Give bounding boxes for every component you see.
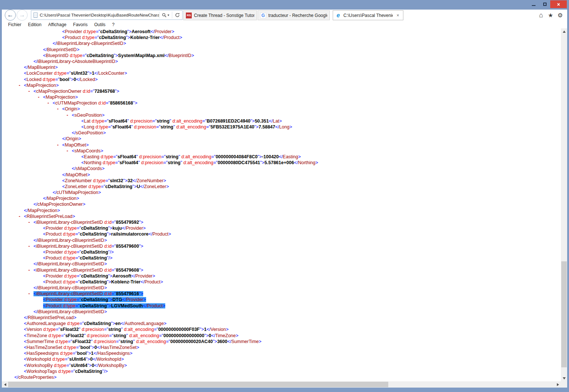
collapse-toggle[interactable]: -	[19, 82, 24, 88]
collapse-toggle[interactable]: -	[57, 106, 62, 112]
xml-line: </iBlueprintLibrary-cBlueprintSetID>	[2, 40, 561, 46]
menu-edition[interactable]: Edition	[25, 22, 45, 27]
menu-aide[interactable]: ?	[109, 22, 118, 27]
arrow-up-icon	[563, 31, 566, 33]
collapse-toggle[interactable]: -	[67, 112, 72, 118]
address-bar[interactable]: C:\Users\Pascal Thevenier\Desktop\KujuBa…	[31, 10, 183, 20]
menu-outils[interactable]: Outils	[91, 22, 109, 27]
horizontal-scrollbar[interactable]	[2, 381, 561, 388]
collapse-toggle[interactable]: -	[38, 94, 43, 100]
forward-button[interactable]: →	[17, 10, 28, 21]
collapse-toggle[interactable]: -	[67, 148, 72, 154]
xml-line: -<cMapProjectionOwner d:id="72845768">	[2, 88, 561, 94]
collapse-toggle[interactable]: -	[28, 267, 33, 273]
xml-line: <ZoneLetter d:type="cDeltaString">U</Zon…	[2, 184, 561, 190]
xml-line: <WorkshopTags d:type="cDeltaString"/>	[2, 368, 561, 374]
navigation-bar: ← → C:\Users\Pascal Thevenier\Desktop\Ku…	[2, 10, 567, 21]
xml-line: </iBlueprintLibrary-cAbsoluteBlueprintID…	[2, 59, 561, 64]
menu-affichage[interactable]: Affichage	[45, 22, 70, 27]
tab-google-search[interactable]: G traducteur - Recherche Google	[258, 10, 330, 20]
collapse-toggle[interactable]: -	[47, 100, 53, 106]
xml-line: <SummerTime d:type="sFloat32" d:precisio…	[2, 339, 561, 345]
collapse-toggle[interactable]: -	[19, 213, 24, 219]
vertical-scroll-thumb[interactable]	[561, 261, 567, 367]
favorites-star-icon[interactable]: ★	[547, 11, 555, 19]
xml-line: <ZoneNumber d:type="sInt32">32</ZoneNumb…	[2, 178, 561, 184]
minimize-icon	[532, 5, 536, 6]
xml-line: </iBlueprintLibrary-cBlueprintSetID>	[2, 285, 561, 291]
xml-line: <WorkshopBy d:type="sUInt64">0</Workshop…	[2, 363, 561, 368]
xml-line: </iBlueprintLibrary-cBlueprintSetID>	[2, 237, 561, 243]
arrow-down-icon	[563, 377, 566, 379]
xml-line: <WorkshopId d:type="sUInt64">0</Workshop…	[2, 356, 561, 362]
back-button[interactable]: ←	[5, 10, 16, 21]
tab-label: Create Thread - Sonstige Tutor...	[194, 13, 254, 18]
xml-line: <Easting d:type="sFloat64" d:precision="…	[2, 154, 561, 160]
xml-line: <Locked d:type="bool">0</Locked>	[2, 77, 561, 82]
xml-line: <Product d:type="cDeltaString">railsimul…	[2, 231, 561, 237]
xml-line: </MapProjection>	[2, 195, 561, 201]
scroll-left-button[interactable]	[2, 381, 8, 388]
menu-fichier[interactable]: Fichier	[5, 22, 25, 27]
tab-label: traducteur - Recherche Google	[268, 13, 327, 18]
xml-line: -<iBlueprintLibrary-cBlueprintSetID d:id…	[2, 267, 561, 273]
xml-line: <Lat d:type="sFloat64" d:precision="stri…	[2, 118, 561, 124]
xml-line: <Provider d:type="cDeltaString">Aerosoft…	[2, 273, 561, 279]
collapse-toggle[interactable]: -	[28, 88, 33, 94]
xml-line: </MapOffset>	[2, 172, 561, 178]
search-dropdown-caret[interactable]: ▾	[167, 13, 169, 17]
page-icon	[33, 13, 38, 18]
settings-gear-icon[interactable]: ⚙	[556, 11, 564, 19]
xml-line: -<MapOffset>	[2, 142, 561, 148]
menu-favoris[interactable]: Favoris	[70, 22, 91, 27]
collapse-toggle[interactable]: -	[28, 291, 33, 297]
xml-line: -<iBlueprintLibrary-cBlueprintSetID d:id…	[2, 243, 561, 249]
xml-line: </sMapCoords>	[2, 166, 561, 172]
xml-line: <LockCounter d:type="sUInt32">1</LockCou…	[2, 70, 561, 76]
tab-xml-file-active[interactable]: e C:\Users\Pascal Thevenier\... ×	[333, 10, 403, 20]
tab-close-icon[interactable]: ×	[395, 13, 401, 18]
xml-line: <Provider d:type="cDeltaString">DTG</Pro…	[2, 297, 561, 303]
arrow-right-icon	[557, 383, 559, 386]
search-icon[interactable]: ▾	[159, 11, 172, 20]
maximize-button[interactable]	[539, 0, 550, 8]
titlebar[interactable]: ×	[0, 0, 569, 10]
scroll-down-button[interactable]	[561, 375, 567, 381]
scroll-up-button[interactable]	[561, 28, 567, 35]
xml-tree: <Provider d:type="cDeltaString">Aerosoft…	[2, 28, 561, 380]
ie-favicon: e	[335, 13, 341, 18]
xml-line: <Product d:type="cDeltaString"/>	[2, 255, 561, 261]
address-input[interactable]: C:\Users\Pascal Thevenier\Desktop\KujuBa…	[40, 13, 159, 17]
xml-line: <HasTimeZoneSet d:type="bool">0</HasTime…	[2, 345, 561, 350]
collapse-toggle[interactable]: -	[57, 142, 62, 148]
forward-arrow-icon: →	[19, 11, 25, 19]
xml-line: </cMapProjectionOwner>	[2, 201, 561, 207]
minimize-button[interactable]	[528, 0, 539, 8]
tab-create-thread[interactable]: RS Create Thread - Sonstige Tutor...	[183, 10, 257, 20]
xml-line: <HasSpeedsigns d:type="bool">1</HasSpeed…	[2, 350, 561, 356]
tab-label: C:\Users\Pascal Thevenier\...	[343, 13, 393, 18]
xml-line: <Provider d:type="cDeltaString">Aerosoft…	[2, 29, 561, 35]
collapse-toggle[interactable]: -	[28, 243, 33, 249]
xml-line: </MapBlueprint>	[2, 64, 561, 70]
close-button[interactable]: ×	[550, 0, 567, 8]
xml-line: -<MapProjection>	[2, 82, 561, 88]
xml-line: </iBlueprintLibrary-cBlueprintSetID>	[2, 261, 561, 267]
scroll-right-button[interactable]	[555, 381, 561, 388]
xml-line: <TimeZone d:type="sFloat32" d:precision=…	[2, 333, 561, 339]
collapse-toggle[interactable]: -	[28, 219, 33, 225]
xml-line: </sGeoPosition>	[2, 130, 561, 136]
xml-line: -<Origin>	[2, 106, 561, 112]
xml-line: <Provider d:type="cDeltaString">kuju</Pr…	[2, 225, 561, 231]
menu-bar: Fichier Edition Affichage Favoris Outils…	[2, 21, 567, 28]
xml-line: </cUTMMapProjection>	[2, 190, 561, 195]
xml-line: </cRouteProperties>	[2, 374, 561, 380]
refresh-icon[interactable]	[172, 11, 182, 20]
xml-line: <Version d:type="sFloat32" d:precision="…	[2, 326, 561, 332]
vertical-scrollbar[interactable]	[561, 28, 567, 381]
google-favicon: G	[260, 13, 266, 18]
forum-favicon: RS	[186, 13, 192, 18]
xml-line: <Provider d:type="cDeltaString"/>	[2, 249, 561, 255]
home-icon[interactable]: ⌂	[537, 11, 545, 19]
horizontal-scroll-thumb[interactable]	[8, 382, 388, 387]
